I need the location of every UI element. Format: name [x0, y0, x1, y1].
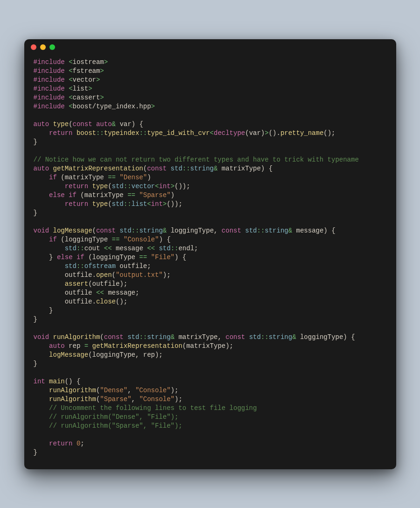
token-id: ) {: [175, 254, 186, 261]
token-id: [34, 262, 65, 270]
token-id: [34, 191, 49, 199]
token-id: [34, 387, 49, 394]
token-id: ());: [167, 200, 182, 208]
token-str: "Sparse": [100, 395, 131, 403]
code-line: auto rep = getMatrixRepresentation(matri…: [34, 342, 387, 351]
token-op: <: [147, 200, 151, 208]
token-id: );: [163, 271, 171, 279]
token-kw: return: [65, 200, 92, 208]
token-kw: if: [49, 174, 57, 181]
token-op: >: [100, 67, 104, 75]
token-op: >: [151, 103, 155, 110]
code-line: if (loggingType == "Console") {: [34, 235, 387, 244]
token-fn: runAlgorithm: [49, 387, 96, 394]
token-op: =: [84, 342, 92, 350]
token-id: (loggingType: [84, 254, 140, 261]
token-op: &: [214, 165, 222, 172]
minimize-icon[interactable]: [40, 44, 46, 50]
token-fn: runAlgorithm: [49, 395, 96, 403]
token-kw: const: [222, 227, 245, 234]
token-fn: type_id_with_cvr: [147, 129, 210, 137]
code-line: #include <fstream>: [34, 67, 387, 76]
titlebar: [24, 39, 396, 55]
token-fn: type: [53, 120, 69, 128]
token-id: [34, 342, 49, 350]
token-op: ::: [171, 245, 179, 252]
token-id: }: [34, 449, 37, 456]
token-inc: fstream: [73, 67, 100, 75]
code-line: void logMessage(const std::string& loggi…: [34, 226, 387, 235]
token-inc: list: [73, 85, 89, 92]
token-id: (: [92, 227, 96, 234]
token-op: >: [100, 94, 104, 101]
token-op: <<: [147, 245, 159, 252]
token-kw: auto: [96, 120, 112, 128]
token-id: ;: [80, 440, 84, 447]
token-inc: iostream: [73, 58, 104, 66]
token-op: &: [292, 333, 300, 341]
code-line: [34, 368, 387, 377]
close-icon[interactable]: [31, 44, 36, 50]
token-kw: int: [151, 200, 163, 208]
token-fn: type: [92, 183, 108, 190]
token-kw: auto: [34, 165, 53, 172]
token-op: ::: [139, 129, 147, 137]
token-kw: else if: [57, 254, 84, 261]
token-type: std: [249, 333, 261, 341]
zoom-icon[interactable]: [49, 44, 55, 50]
token-kw: auto: [34, 120, 53, 128]
token-fn: runAlgorithm: [53, 333, 100, 341]
token-id: matrixType) {: [222, 165, 273, 172]
token-id: loggingType,: [171, 227, 222, 234]
code-line: runAlgorithm("Dense", "Console");: [34, 386, 387, 395]
token-id: message: [116, 245, 147, 252]
token-id: (: [108, 200, 112, 208]
token-type: string: [265, 227, 288, 234]
token-str: "Dense": [119, 174, 147, 181]
token-pp: #include: [34, 103, 69, 110]
token-id: (: [112, 271, 116, 279]
token-id: ().: [269, 129, 280, 137]
token-pp: #include: [34, 76, 69, 84]
token-id: ) {: [159, 236, 170, 243]
token-kw: int: [34, 378, 49, 385]
code-line: }: [34, 360, 387, 368]
token-type: std: [171, 165, 182, 172]
token-id: );: [175, 395, 182, 403]
token-fn: logMessage: [53, 227, 92, 234]
code-line: std::cout << message << std::endl;: [34, 244, 387, 253]
code-line: return boost::typeindex::type_id_with_cv…: [34, 129, 387, 138]
token-op: >: [265, 129, 268, 137]
token-fn: logMessage: [49, 351, 88, 359]
page-stage: #include <iostream>#include <fstream>#in…: [0, 0, 420, 508]
token-id: loggingType) {: [300, 333, 355, 341]
token-type: vector: [132, 183, 155, 190]
token-kw: const: [73, 120, 96, 128]
token-id: message) {: [296, 227, 336, 234]
token-fn: assert: [65, 280, 88, 288]
token-kw: int: [159, 183, 170, 190]
token-str: "Dense": [100, 387, 127, 394]
token-fn: type: [92, 200, 108, 208]
token-inc: boost/type_index.hpp: [73, 103, 151, 110]
token-id: }: [34, 138, 37, 146]
code-line: #include <cassert>: [34, 93, 387, 102]
token-kw: return: [49, 440, 77, 447]
code-line: }: [34, 138, 387, 147]
code-line: outfile.close();: [34, 297, 387, 306]
token-id: [34, 404, 49, 412]
token-type: std: [245, 227, 257, 234]
code-line: [34, 324, 387, 333]
token-type: std: [112, 200, 124, 208]
token-type: std: [112, 183, 124, 190]
token-kw: decltype: [214, 129, 245, 137]
token-type: std: [119, 227, 131, 234]
token-id: [34, 413, 49, 421]
token-id: [34, 351, 49, 359]
token-pp: #include: [34, 94, 69, 101]
token-op: <<: [104, 245, 116, 252]
token-type: std: [65, 245, 77, 252]
code-line: auto type(const auto& var) {: [34, 120, 387, 129]
token-id: ();: [323, 129, 335, 137]
token-cmt: // runAlgorithm("Dense", "File");: [49, 413, 178, 421]
